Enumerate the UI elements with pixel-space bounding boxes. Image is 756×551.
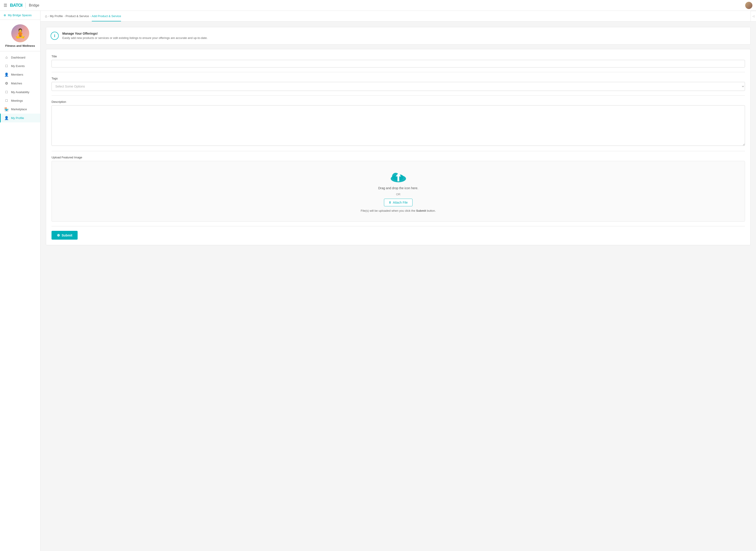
svg-rect-3 [398,176,399,181]
breadcrumb-my-profile[interactable]: My Profile [50,14,63,18]
hamburger-icon[interactable]: ☰ [4,3,7,8]
info-banner-desc: Easily add new products or services or e… [62,36,208,40]
breadcrumb: ⌂ › My Profile › Product & Service › Add… [40,11,756,22]
description-label: Description [51,100,745,103]
breadcrumb-sep-2: › [90,15,91,18]
upload-note-prefix: File(s) will be uploaded when you click … [361,209,416,212]
upload-note-bold: Submit [416,209,426,212]
breadcrumb-product-service[interactable]: Product & Service [65,14,89,18]
top-nav: ☰ BATOI Bridge [0,0,756,11]
sidebar-label-matches: Matches [11,82,22,85]
sidebar-item-my-profile[interactable]: 👤 My Profile [0,114,40,122]
upload-cloud-icon [390,170,408,183]
sidebar-item-matches[interactable]: ⚙ Matches [0,79,40,88]
main-layout: ⊕ My Bridge Spaces 🧘 Fitness and Wellnes… [0,11,756,551]
bridge-label: Bridge [29,3,39,7]
title-group: Title [51,55,745,67]
form-card: Title Tags Select Some Options Descripti… [46,49,751,245]
collapse-icon: ◁ [752,15,754,18]
title-label: Title [51,55,745,58]
breadcrumb-add-product-label: Add Product & Service [92,14,121,18]
attach-file-label: Attach File [393,201,408,204]
attach-file-button[interactable]: ⬆ Attach File [384,199,412,206]
info-icon-char: i [54,34,55,38]
info-banner-content: Manage Your Offerings! Easily add new pr… [62,32,208,40]
breadcrumb-sep-1: › [64,15,65,18]
divider-1 [51,72,745,72]
sidebar-icon-meetings: □ [4,98,9,103]
sidebar-label-meetings: Meetings [11,99,23,102]
page-content: i Manage Your Offerings! Easily add new … [40,22,756,551]
info-banner: i Manage Your Offerings! Easily add new … [46,27,751,45]
sidebar-item-marketplace[interactable]: 🏪 Marketplace [0,105,40,114]
submit-icon: ⊕ [57,233,60,237]
breadcrumb-home[interactable]: ⌂ [45,14,47,18]
attach-upload-icon: ⬆ [389,201,392,204]
tags-label: Tags [51,77,745,80]
sidebar-org-name: Fitness and Wellness [5,44,35,47]
sidebar-icon-members: 👤 [4,72,9,77]
avatar-image [745,2,752,9]
sidebar-label-members: Members [11,73,23,76]
submit-label: Submit [62,233,72,237]
description-textarea[interactable] [51,105,745,146]
sidebar-nav: ⌂ Dashboard □ My Events 👤 Members ⚙ Matc… [0,51,40,551]
submit-area: ⊕ Submit [51,226,745,239]
upload-note: File(s) will be uploaded when you click … [361,209,436,212]
sidebar-item-members[interactable]: 👤 Members [0,70,40,79]
sidebar-org-avatar: 🧘 [11,24,29,42]
sidebar-item-meetings[interactable]: □ Meetings [0,96,40,105]
sidebar-collapse-button[interactable]: ◁ [751,11,756,22]
org-avatar-emoji: 🧘 [15,29,26,38]
title-input[interactable] [51,60,745,67]
sidebar-label-my-events: My Events [11,64,25,68]
tags-group: Tags Select Some Options [51,77,745,91]
logo-divider [25,3,26,8]
sidebar-profile-section: 🧘 Fitness and Wellness [0,20,40,51]
submit-button[interactable]: ⊕ Submit [51,231,78,239]
sidebar-icon-marketplace: 🏪 [4,107,9,111]
user-avatar[interactable] [745,2,752,9]
upload-or-text: OR [396,192,401,196]
upload-note-suffix: button. [426,209,436,212]
sidebar-item-dashboard[interactable]: ⌂ Dashboard [0,53,40,62]
sidebar-icon-my-profile: 👤 [4,116,9,120]
sidebar-icon-dashboard: ⌂ [4,55,9,59]
sidebar: ⊕ My Bridge Spaces 🧘 Fitness and Wellnes… [0,11,40,551]
sidebar-icon-my-availability: □ [4,90,9,94]
drag-drop-text: Drag and drop the icon here. [378,186,418,190]
logo: BATOI Bridge [10,3,39,8]
upload-label: Upload Featured Image [51,156,745,159]
logo-text: BATOI [10,3,22,8]
breadcrumb-product-service-label: Product & Service [65,14,89,18]
sidebar-icon-my-events: □ [4,64,9,68]
breadcrumb-sep-0: › [48,15,49,18]
sidebar-label-my-profile: My Profile [11,116,24,120]
info-icon: i [51,32,59,40]
bridge-spaces-label: My Bridge Spaces [8,13,32,17]
description-group: Description [51,100,745,146]
tags-select[interactable]: Select Some Options [51,82,745,91]
main-content: ⌂ › My Profile › Product & Service › Add… [40,11,756,551]
divider-2 [51,95,745,96]
sidebar-bridge-spaces[interactable]: ⊕ My Bridge Spaces [0,11,40,20]
sidebar-label-my-availability: My Availability [11,90,29,94]
sidebar-item-my-availability[interactable]: □ My Availability [0,88,40,96]
sidebar-label-dashboard: Dashboard [11,56,25,59]
bridge-spaces-icon: ⊕ [4,13,6,17]
sidebar-item-my-events[interactable]: □ My Events [0,62,40,70]
breadcrumb-add-product[interactable]: Add Product & Service [92,11,121,21]
upload-zone[interactable]: Drag and drop the icon here. OR ⬆ Attach… [51,161,745,221]
breadcrumb-my-profile-label: My Profile [50,14,63,18]
sidebar-label-marketplace: Marketplace [11,107,27,111]
sidebar-icon-matches: ⚙ [4,81,9,85]
info-banner-title: Manage Your Offerings! [62,32,208,35]
home-icon: ⌂ [45,14,47,18]
upload-group: Upload Featured Image Drag and drop the … [51,156,745,221]
